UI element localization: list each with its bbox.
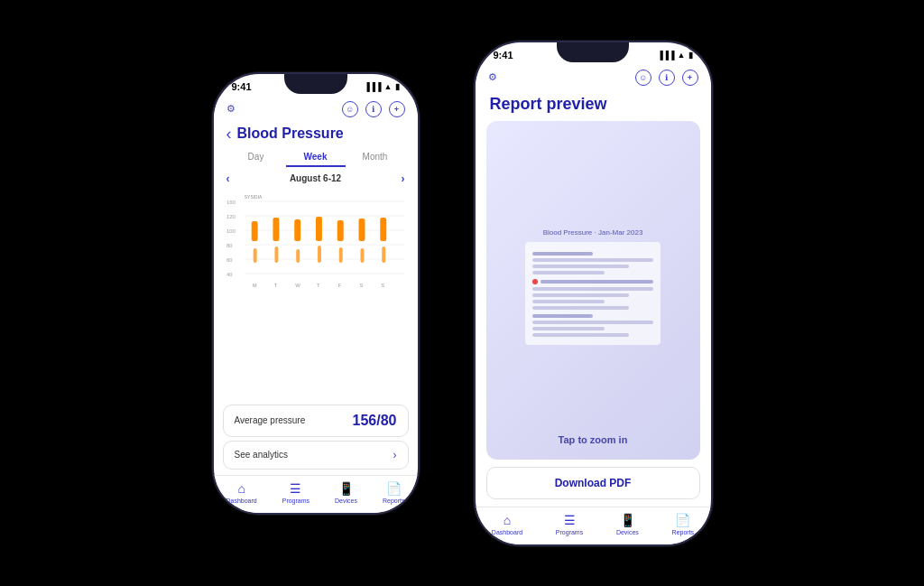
- bottom-nav-1: ⌂ Dashboard ☰ Programs 📱 Devices 📄 Repor…: [214, 475, 418, 513]
- tab-month[interactable]: Month: [346, 149, 405, 167]
- nav-dashboard-2[interactable]: ⌂ Dashboard: [492, 513, 522, 535]
- report-document: [525, 242, 661, 345]
- nav-reports-1[interactable]: 📄 Reports: [383, 481, 405, 504]
- doc-section-1: [532, 252, 653, 274]
- page-title-1: Blood Pressure: [237, 126, 344, 142]
- svg-text:SYS/DIA: SYS/DIA: [244, 194, 262, 199]
- nav-devices-2[interactable]: 📱 Devices: [616, 513, 639, 535]
- top-bar-1: ⚙ ☺ ℹ +: [214, 96, 418, 121]
- doc-line: [532, 327, 605, 330]
- nav-programs-1[interactable]: ☰ Programs: [282, 481, 310, 504]
- devices-icon-2: 📱: [620, 513, 635, 527]
- svg-text:160: 160: [226, 199, 236, 204]
- battery-icon-2: ▮: [688, 51, 693, 60]
- svg-rect-13: [251, 221, 257, 241]
- nav-devices-1[interactable]: 📱 Devices: [335, 481, 357, 504]
- nav-reports-label-1: Reports: [383, 498, 405, 504]
- doc-section-3: [532, 314, 653, 337]
- top-bar-icons: ☺ ℹ +: [342, 101, 405, 117]
- info-icon[interactable]: ℹ: [365, 101, 382, 117]
- signal-icon-2: ▐▐▐: [657, 51, 674, 60]
- svg-text:40: 40: [226, 271, 233, 276]
- report-preview-card[interactable]: Blood Pressure · Jan-Mar 2023: [486, 121, 700, 460]
- nav-dashboard-label-2: Dashboard: [492, 529, 522, 535]
- svg-rect-17: [337, 220, 343, 241]
- tab-day[interactable]: Day: [226, 149, 286, 167]
- svg-rect-20: [253, 248, 256, 263]
- doc-red-indicator: [532, 279, 538, 284]
- see-analytics-card[interactable]: See analytics ›: [223, 441, 409, 470]
- nav-dashboard-label-1: Dashboard: [226, 498, 256, 504]
- notch-2: [557, 42, 629, 62]
- report-title: Report preview: [476, 89, 711, 121]
- doc-line: [532, 306, 629, 310]
- svg-rect-25: [360, 248, 364, 263]
- doc-section-title-3: [532, 314, 593, 318]
- back-button[interactable]: ‹: [226, 125, 232, 144]
- nav-programs-2[interactable]: ☰ Programs: [556, 513, 583, 535]
- doc-section-title-1: [532, 252, 593, 256]
- svg-rect-22: [296, 249, 300, 263]
- tab-week[interactable]: Week: [286, 149, 346, 167]
- doc-line: [532, 258, 653, 262]
- status-icons-2: ▐▐▐ ▲ ▮: [657, 51, 692, 60]
- battery-icon: ▮: [395, 82, 400, 91]
- bottom-nav-2: ⌂ Dashboard ☰ Programs 📱 Devices 📄 Repor…: [476, 507, 711, 544]
- svg-rect-24: [338, 247, 342, 263]
- gear-icon[interactable]: ⚙: [226, 103, 236, 115]
- add-icon-2[interactable]: +: [682, 70, 698, 86]
- avg-pressure-value: 156/80: [353, 413, 397, 429]
- svg-text:T: T: [273, 282, 277, 287]
- nav-reports-label-2: Reports: [672, 529, 695, 535]
- top-bar-2: ⚙ ☺ ℹ +: [476, 64, 711, 89]
- add-icon[interactable]: +: [389, 101, 405, 117]
- wifi-icon-2: ▲: [678, 51, 686, 60]
- doc-line: [532, 265, 629, 268]
- doc-line: [532, 287, 653, 291]
- nav-devices-label-2: Devices: [616, 529, 639, 535]
- doc-line: [532, 293, 629, 297]
- svg-text:60: 60: [226, 256, 233, 262]
- svg-text:100: 100: [226, 228, 236, 233]
- dashboard-icon: ⌂: [237, 481, 245, 496]
- screen-1: ⚙ ☺ ℹ + ‹ Blood Pressure Day Week Month …: [214, 96, 418, 513]
- face-icon[interactable]: ☺: [342, 101, 358, 117]
- notch-1: [284, 74, 347, 94]
- next-date-button[interactable]: ›: [401, 172, 404, 185]
- devices-icon: 📱: [338, 481, 354, 496]
- svg-rect-23: [317, 246, 320, 263]
- gear-icon-2[interactable]: ⚙: [488, 71, 497, 83]
- date-nav: ‹ August 6-12 ›: [214, 171, 418, 189]
- svg-text:S: S: [359, 282, 363, 287]
- analytics-arrow-icon: ›: [393, 449, 397, 461]
- wifi-icon: ▲: [384, 82, 393, 91]
- date-range-label: August 6-12: [290, 173, 341, 183]
- nav-dashboard-1[interactable]: ⌂ Dashboard: [226, 481, 256, 504]
- svg-rect-19: [380, 218, 386, 241]
- doc-line: [532, 321, 653, 324]
- reports-icon: 📄: [386, 481, 402, 496]
- nav-programs-label-1: Programs: [282, 498, 310, 504]
- programs-icon-2: ☰: [564, 513, 576, 527]
- programs-icon: ☰: [290, 481, 301, 496]
- info-icon-2[interactable]: ℹ: [659, 70, 675, 86]
- phone-2: 9:41 ▐▐▐ ▲ ▮ ⚙ ☺ ℹ + Report preview Bloo…: [474, 41, 713, 546]
- nav-reports-2[interactable]: 📄 Reports: [672, 513, 695, 535]
- top-bar-icons-2: ☺ ℹ +: [635, 70, 698, 86]
- svg-rect-26: [382, 246, 385, 263]
- download-pdf-button[interactable]: Download PDF: [486, 467, 700, 499]
- svg-text:M: M: [252, 282, 256, 287]
- avg-pressure-card: Average pressure 156/80: [223, 405, 409, 437]
- dashboard-icon-2: ⌂: [504, 513, 511, 527]
- svg-rect-21: [274, 246, 278, 263]
- svg-text:S: S: [381, 282, 384, 287]
- prev-date-button[interactable]: ‹: [226, 172, 230, 185]
- svg-rect-14: [273, 218, 279, 241]
- signal-icon: ▐▐▐: [364, 82, 381, 91]
- screen-2: ⚙ ☺ ℹ + Report preview Blood Pressure · …: [476, 64, 711, 544]
- svg-rect-15: [294, 219, 300, 241]
- face-icon-2[interactable]: ☺: [635, 70, 651, 86]
- status-time-1: 9:41: [232, 81, 252, 92]
- see-analytics-label: See analytics: [235, 450, 288, 460]
- doc-section-2: [532, 279, 653, 310]
